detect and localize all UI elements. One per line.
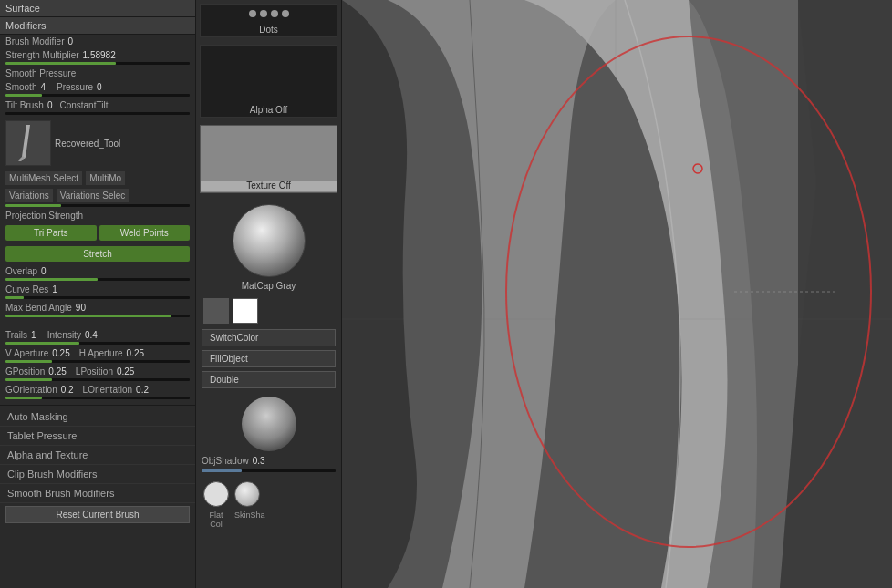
max-bend-label: Max Bend Angle: [5, 303, 72, 313]
viewport-bg: [342, 0, 892, 588]
reset-brush-area: Reset Current Brush: [0, 503, 195, 526]
aperture-row: V Aperture 0.25 H Aperture 0.25: [0, 346, 195, 360]
dots-preview: [201, 5, 337, 23]
multimesh-row: MultiMesh Select MultiMo: [0, 170, 195, 187]
obj-shadow-label: ObjShadow: [202, 456, 249, 466]
smooth-label: Smooth: [5, 82, 36, 92]
gposition-value: 0.25: [48, 366, 66, 377]
left-panel: Surface Modifiers Brush Modifier 0 Stren…: [0, 0, 196, 588]
surface-header[interactable]: Surface: [0, 0, 195, 17]
brush-modifier-value: 0: [67, 36, 73, 46]
dots-section: Dots: [200, 4, 337, 37]
skin-shade-swatch[interactable]: [234, 481, 260, 507]
swatch-labels: Flat Col SkinSha: [196, 511, 341, 529]
variations-label[interactable]: Variations: [5, 189, 53, 202]
smooth-pressure-label: Smooth Pressure: [5, 68, 76, 78]
stretch-button[interactable]: Stretch: [5, 246, 190, 262]
pressure-label: Pressure: [57, 82, 93, 92]
dot-3: [271, 10, 278, 17]
trails-intensity-row: Trails 1 Intensity 0.4: [0, 328, 195, 342]
svg-line-1: [19, 157, 24, 161]
projection-strength-label: Projection Strength: [5, 211, 83, 221]
brush-modifier-row: Brush Modifier 0: [0, 35, 195, 48]
tilt-brush-value: 0: [47, 100, 53, 110]
tilt-brush-label: Tilt Brush: [5, 100, 44, 110]
matcap-gray-button[interactable]: [233, 204, 306, 277]
dot-2: [260, 10, 267, 17]
switch-color-button[interactable]: SwitchColor: [202, 329, 336, 346]
lorientation-label: LOrientation: [83, 385, 132, 395]
viewport[interactable]: [342, 0, 892, 588]
tool-icon: [5, 120, 51, 166]
multimesh-select-label[interactable]: MultiMesh Select: [5, 171, 82, 185]
double-button[interactable]: Double: [202, 371, 336, 388]
pressure-value: 0: [97, 82, 102, 92]
weld-points-button[interactable]: Weld Points: [99, 225, 191, 241]
obj-shadow-value: 0.3: [253, 456, 265, 466]
trails-label: Trails: [5, 330, 27, 340]
projection-row: Projection Strength: [0, 209, 195, 222]
strength-multiplier-label: Strength Multiplier: [5, 50, 79, 60]
intensity-label: Intensity: [47, 330, 81, 340]
tilt-row: Tilt Brush 0 ConstantTilt: [0, 98, 195, 112]
gposition-label: GPosition: [5, 366, 45, 377]
variations-row: Variations Variations Selec: [0, 187, 195, 204]
stretch-row: Stretch: [0, 243, 195, 264]
clip-brush-item[interactable]: Clip Brush Modifiers: [0, 465, 195, 484]
trails-value: 1: [31, 330, 36, 340]
strength-multiplier-value: 1.58982: [83, 50, 116, 60]
overlap-label: Overlap: [5, 266, 37, 276]
lorientation-value: 0.2: [136, 385, 149, 395]
tool-preview-area: Recovered_Tool: [0, 117, 195, 170]
v-aperture-value: 0.25: [52, 348, 69, 358]
modifiers-header[interactable]: Modifiers: [0, 17, 195, 35]
curve-res-label: Curve Res: [5, 284, 48, 294]
tri-parts-button[interactable]: Tri Parts: [5, 225, 97, 241]
texture-off-button[interactable]: Texture Off: [200, 125, 337, 193]
lposition-label: LPosition: [76, 366, 113, 377]
dot-4: [282, 10, 289, 17]
middle-panel: Dots Alpha Off Texture Off MatCap Gray S…: [196, 0, 342, 588]
curve-res-row: Curve Res 1: [0, 283, 195, 296]
obj-shadow-sphere: [242, 397, 296, 451]
reset-brush-button[interactable]: Reset Current Brush: [5, 506, 190, 523]
alpha-texture-item[interactable]: Alpha and Texture: [0, 446, 195, 465]
h-aperture-label: H Aperture: [79, 348, 123, 358]
obj-shadow-section: ObjShadow 0.3: [196, 390, 341, 478]
overlap-row: Overlap 0: [0, 264, 195, 278]
constant-tilt-label: ConstantTilt: [59, 100, 108, 110]
tool-name-label: Recovered_Tool: [55, 139, 120, 149]
dot-1: [249, 10, 256, 17]
brush-modifier-label: Brush Modifier: [5, 36, 64, 46]
overlap-value: 0: [41, 266, 47, 276]
gorientation-row: GOrientation 0.2 LOrientation 0.2: [0, 383, 195, 397]
alpha-off-button[interactable]: Alpha Off: [200, 45, 337, 118]
gorientation-label: GOrientation: [5, 385, 57, 395]
curve-res-value: 1: [52, 284, 57, 294]
svg-line-0: [24, 125, 28, 157]
color-swatch-dark[interactable]: [203, 298, 229, 324]
skin-shade-label: SkinSha: [234, 511, 260, 529]
fill-object-button[interactable]: FillObject: [202, 350, 336, 367]
smooth-row: Smooth 4 Pressure 0: [0, 80, 195, 94]
multimesh-label[interactable]: MultiMo: [86, 171, 125, 185]
auto-masking-item[interactable]: Auto Masking: [0, 407, 195, 427]
flat-color-swatch[interactable]: [203, 481, 229, 507]
lposition-value: 0.25: [117, 366, 134, 377]
tri-weld-row: Tri Parts Weld Points: [0, 222, 195, 243]
color-swatch-white[interactable]: [233, 298, 258, 324]
bottom-swatches: [196, 478, 341, 511]
max-bend-value: 90: [76, 303, 86, 313]
flat-color-label: Flat Col: [203, 511, 229, 529]
tablet-pressure-item[interactable]: Tablet Pressure: [0, 427, 195, 446]
texture-off-label: Texture Off: [201, 181, 337, 191]
color-swatch-row: [196, 294, 341, 327]
alpha-off-label: Alpha Off: [201, 105, 337, 115]
variations-select-label[interactable]: Variations Selec: [57, 189, 130, 202]
max-bend-row: Max Bend Angle 90: [0, 301, 195, 315]
viewport-svg: [342, 0, 892, 588]
gposition-row: GPosition 0.25 LPosition 0.25: [0, 365, 195, 378]
v-aperture-label: V Aperture: [5, 348, 48, 358]
smooth-brush-item[interactable]: Smooth Brush Modifiers: [0, 484, 195, 503]
strength-multiplier-row: Strength Multiplier 1.58982: [0, 48, 195, 62]
